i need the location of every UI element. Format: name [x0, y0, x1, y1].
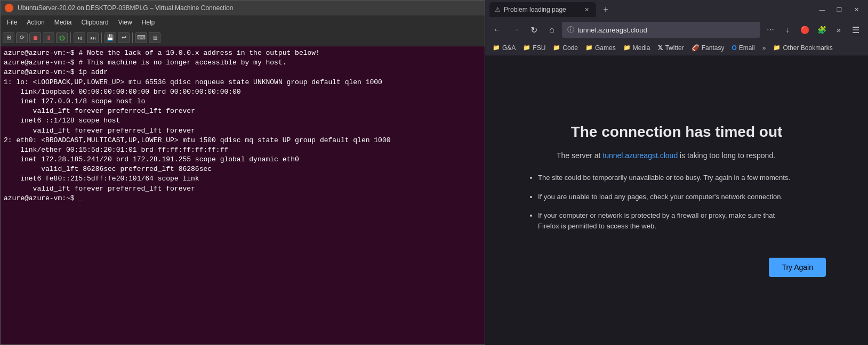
toolbar-btn-save[interactable]: 💾	[105, 32, 116, 43]
more-tools-button[interactable]: ⋯	[762, 22, 778, 38]
error-description: The server at tunnel.azureagst.cloud is …	[527, 151, 805, 160]
try-again-button[interactable]: Try Again	[769, 258, 826, 277]
folder-icon-fsu: 📁	[523, 44, 531, 51]
bookmark-media[interactable]: 📁 Media	[620, 43, 654, 53]
bookmark-ga[interactable]: 📁 G&A	[489, 43, 519, 53]
error-url-link[interactable]: tunnel.azureagst.cloud	[602, 151, 678, 160]
terminal-line-4: link/loopback 00:00:00:00:00:00 brd 00:0…	[4, 87, 481, 97]
menu-view[interactable]: View	[114, 18, 136, 27]
folder-icon-other: 📁	[773, 44, 781, 51]
expand-bookmarks-icon: »	[762, 44, 766, 52]
menu-help[interactable]: Help	[138, 18, 159, 27]
email-icon: O	[732, 44, 736, 52]
bookmark-other-label: Other Bookmarks	[783, 44, 832, 52]
terminal-line-15: azure@azure-vm:~$ _	[4, 194, 481, 203]
error-actions: Try Again	[527, 247, 826, 277]
browser-content: The connection has timed out The server …	[485, 55, 868, 345]
menu-action[interactable]: Action	[22, 18, 49, 27]
url-text: tunnel.azureagst.cloud	[577, 26, 647, 34]
toolbar-btn-6[interactable]: ⏭	[87, 32, 99, 43]
toolbar-btn-1[interactable]: ⊞	[3, 32, 14, 43]
toolbar-sep-2	[101, 32, 102, 43]
reload-button[interactable]: ↻	[526, 22, 542, 38]
toolbar-btn-2[interactable]: ⟳	[16, 32, 28, 43]
vm-window: UbuntuServer-20.02 on DESKTOP-03BMPLG – …	[0, 0, 485, 345]
forward-button[interactable]: →	[508, 22, 524, 38]
terminal-line-7: inet6 ::1/128 scope host	[4, 116, 481, 126]
vm-titlebar: UbuntuServer-20.02 on DESKTOP-03BMPLG – …	[1, 1, 485, 15]
error-page: The connection has timed out The server …	[527, 124, 826, 277]
toolbar-sep-1	[70, 32, 71, 43]
new-tab-button[interactable]: +	[598, 2, 613, 17]
menu-media[interactable]: Media	[50, 18, 76, 27]
error-title: The connection has timed out	[527, 124, 826, 141]
terminal-line-3: 1: lo: <LOOPBACK,UP,LOWER_UP> mtu 65536 …	[4, 78, 481, 87]
terminal-line-11: inet 172.28.185.241/20 brd 172.28.191.25…	[4, 155, 481, 165]
vm-title: UbuntuServer-20.02 on DESKTOP-03BMPLG – …	[18, 4, 233, 12]
toolbar-btn-restore[interactable]: ↩	[118, 32, 130, 43]
toolbar-btn-stop[interactable]: ⏹	[29, 32, 41, 43]
folder-icon-code: 📁	[553, 44, 560, 51]
vm-menubar: File Action Media Clipboard View Help	[1, 15, 485, 29]
bookmark-other[interactable]: 📁 Other Bookmarks	[770, 43, 835, 53]
home-button[interactable]: ⌂	[544, 22, 560, 38]
folder-icon-games: 📁	[585, 44, 593, 51]
terminal-line-1: azure@azure-vm:~$ # This machine is no l…	[4, 58, 481, 68]
nav-extra-buttons: ⋯ ↓ 🔴 🧩 » ☰	[762, 22, 864, 38]
url-bar[interactable]: ⓘ tunnel.azureagst.cloud	[562, 22, 760, 38]
vm-toolbar: ⊞ ⟳ ⏹ ⏸ ⏻ ⏯ ⏭ 💾 ↩ ⌨ 🖥	[1, 29, 485, 46]
browser-navbar: ← → ↻ ⌂ ⓘ tunnel.azureagst.cloud ⋯ ↓ 🔴 🧩…	[485, 19, 868, 40]
minimize-button[interactable]: —	[815, 2, 830, 17]
error-list: The site could be temporarily unavailabl…	[527, 172, 794, 231]
downloads-button[interactable]: ↓	[779, 22, 795, 38]
bookmark-code[interactable]: 📁 Code	[550, 43, 581, 53]
close-button[interactable]: ✕	[849, 2, 864, 17]
bookmark-fsu[interactable]: 📁 FSU	[520, 43, 549, 53]
terminal-line-0: azure@azure-vm:~$ # Note the lack of a 1…	[4, 48, 481, 58]
tab-close-button[interactable]: ✕	[582, 5, 591, 14]
maximize-button[interactable]: ❐	[832, 2, 847, 17]
bookmark-fantasy-label: Fantasy	[702, 44, 725, 52]
tab-title: Problem loading page	[504, 6, 579, 13]
connection-warning-icon: ⓘ	[567, 25, 574, 35]
toolbar-btn-power[interactable]: ⏻	[56, 32, 68, 43]
toolbar-icons: ⊞ ⟳ ⏹ ⏸ ⏻ ⏯ ⏭ 💾 ↩ ⌨ 🖥	[3, 32, 160, 43]
tab-warning-icon: ⚠	[495, 6, 501, 13]
menu-file[interactable]: File	[3, 18, 21, 27]
toolbar-btn-pause[interactable]: ⏸	[43, 32, 54, 43]
menu-clipboard[interactable]: Clipboard	[77, 18, 112, 27]
bookmark-twitter-label: Twitter	[665, 44, 684, 52]
bookmark-ga-label: G&A	[502, 44, 516, 52]
menu-button[interactable]: ☰	[848, 22, 864, 38]
error-bullet-3: If your computer or network is protected…	[538, 210, 794, 231]
terminal-line-12: valid_lft 86286sec preferred_lft 86286se…	[4, 165, 481, 174]
folder-icon-media: 📁	[623, 44, 631, 51]
bookmarks-bar: 📁 G&A 📁 FSU 📁 Code 📁 Games 📁 Media 𝕏 Twi…	[485, 40, 868, 55]
error-bullet-1: The site could be temporarily unavailabl…	[538, 172, 794, 183]
toolbar-btn-keys[interactable]: ⌨	[135, 32, 147, 43]
vm-terminal[interactable]: azure@azure-vm:~$ # Note the lack of a 1…	[1, 46, 485, 344]
fantasy-icon: 🏈	[692, 44, 700, 52]
browser-tab-active[interactable]: ⚠ Problem loading page ✕	[489, 2, 596, 17]
bookmark-games[interactable]: 📁 Games	[582, 43, 619, 53]
bookmark-fantasy[interactable]: 🏈 Fantasy	[688, 43, 728, 53]
bookmark-twitter[interactable]: 𝕏 Twitter	[654, 43, 687, 53]
toolbar-btn-5[interactable]: ⏯	[74, 32, 85, 43]
bookmark-games-label: Games	[595, 44, 616, 52]
terminal-line-10: link/ether 00:15:5d:20:01:01 brd ff:ff:f…	[4, 145, 481, 155]
twitter-x-icon: 𝕏	[657, 44, 663, 52]
toolbar-btn-screen[interactable]: 🖥	[149, 32, 160, 43]
extensions-button[interactable]: 🧩	[814, 22, 830, 38]
bookmark-expand[interactable]: »	[759, 43, 769, 53]
terminal-line-5: inet 127.0.0.1/8 scope host lo	[4, 97, 481, 106]
bookmark-email[interactable]: O Email	[728, 43, 758, 53]
expand-button[interactable]: »	[831, 22, 847, 38]
terminal-line-2: azure@azure-vm:~$ ip addr	[4, 68, 481, 77]
browser-titlebar: ⚠ Problem loading page ✕ + — ❐ ✕	[485, 0, 868, 19]
window-controls: — ❐ ✕	[815, 2, 864, 17]
terminal-line-13: inet6 fe80::215:5dff:fe20:101/64 scope l…	[4, 174, 481, 184]
account-button[interactable]: 🔴	[797, 22, 813, 38]
back-button[interactable]: ←	[489, 22, 505, 38]
terminal-line-8: valid_lft forever preferred_lft forever	[4, 126, 481, 136]
terminal-line-9: 2: eth0: <BROADCAST,MULTICAST,UP,LOWER_U…	[4, 136, 481, 145]
